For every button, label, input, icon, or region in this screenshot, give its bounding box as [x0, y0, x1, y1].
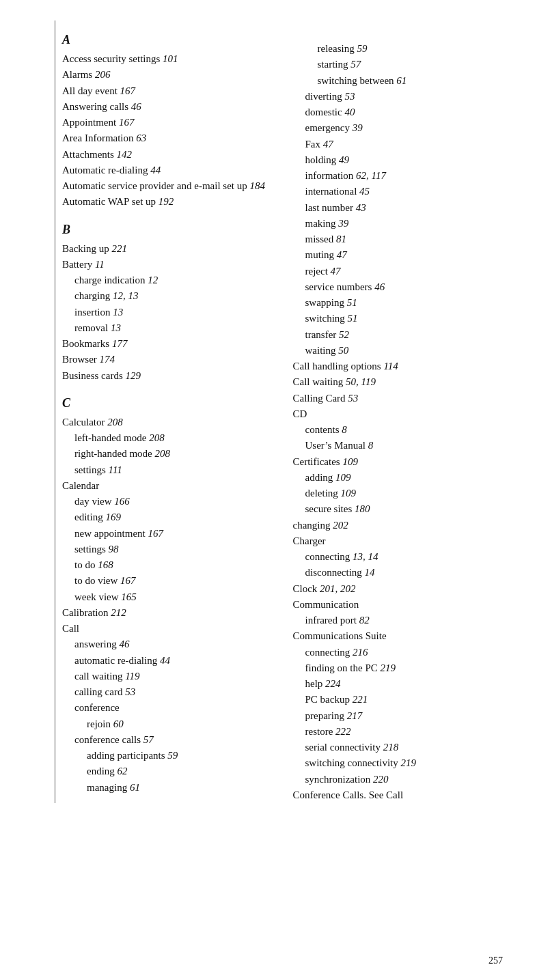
entry-attachments: Attachments 142	[62, 147, 273, 163]
entry-call-waiting: Call waiting 50, 119	[293, 374, 504, 390]
left-column: A Access security settings 101 Alarms 20…	[55, 20, 273, 803]
entry-cd: CD contents 8 User’s Manual 8	[293, 406, 504, 454]
entry-changing: changing 202	[293, 518, 504, 533]
section-b-letter: B	[62, 223, 273, 237]
entry-battery: Battery 11 charge indication 12 charging…	[62, 257, 273, 336]
entry-calendar: Calendar day view 166 editing 169 new ap…	[62, 478, 273, 605]
entry-clock: Clock 201, 202	[293, 581, 504, 597]
right-column: releasing 59 starting 57 switching betwe…	[293, 20, 504, 803]
entry-alarms: Alarms 206	[62, 67, 273, 83]
entry-bookmarks: Bookmarks 177	[62, 336, 273, 352]
section-a-letter: A	[62, 33, 273, 47]
entry-call: Call answering 46 automatic re-dialing 4…	[62, 621, 273, 796]
entry-communications-suite: Communications Suite connecting 216 find…	[293, 628, 504, 787]
entry-auto-wap: Automatic WAP set up 192	[62, 194, 273, 210]
entry-auto-redialing: Automatic re-dialing 44	[62, 163, 273, 178]
entry-charger: Charger connecting 13, 14 disconnecting …	[293, 533, 504, 581]
page-number: 257	[488, 955, 503, 966]
entry-call-handling: Call handling options 114	[293, 359, 504, 374]
entry-calling-card: Calling Card 53	[293, 391, 504, 406]
entry-answering-calls: Answering calls 46	[62, 99, 273, 115]
section-c-letter: C	[62, 396, 273, 410]
entry-calibration: Calibration 212	[62, 605, 273, 621]
entry-business-cards: Business cards 129	[62, 368, 273, 384]
entry-appointment: Appointment 167	[62, 115, 273, 130]
entry-calculator: Calculator 208 left-handed mode 208 righ…	[62, 415, 273, 478]
entry-conference-calls-see-call: Conference Calls. See Call	[293, 787, 504, 803]
entry-auto-service-provider: Automatic service provider and e-mail se…	[62, 178, 273, 194]
page: A Access security settings 101 Alarms 20…	[0, 0, 537, 980]
entry-browser: Browser 174	[62, 352, 273, 367]
call-continued: releasing 59 starting 57 switching betwe…	[293, 41, 504, 359]
entry-all-day-event: All day event 167	[62, 83, 273, 99]
entry-backing-up: Backing up 221	[62, 241, 273, 257]
entry-access-security: Access security settings 101	[62, 51, 273, 67]
entry-area-information: Area Information 63	[62, 130, 273, 146]
entry-communication: Communication infrared port 82	[293, 597, 504, 629]
entry-certificates: Certificates 109 adding 109 deleting 109…	[293, 454, 504, 518]
